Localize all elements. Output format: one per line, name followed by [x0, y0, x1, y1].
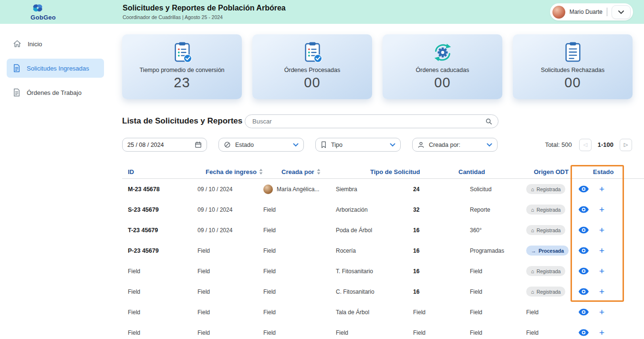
table-row: M-23 45678 09 / 10 / 2024 María Angélica… [122, 179, 644, 199]
cell-cantidad: 16 [407, 247, 464, 254]
sidebar-item-solicitudes-ingresadas[interactable]: Solicitudes Ingresadas [7, 59, 104, 78]
cell-estado: Registrada [520, 266, 572, 276]
cell-actions: + [572, 267, 644, 276]
cell-tipo-solicitud: T. Fitosanitario [330, 268, 407, 275]
cell-tipo-solicitud: Poda de Árbol [330, 227, 407, 234]
search-icon [485, 118, 492, 125]
cell-origen-odt: 360° [464, 227, 520, 234]
estado-filter-dropdown[interactable]: Estado [218, 138, 304, 152]
cell-origen-odt: Reporte [464, 206, 520, 213]
document-icon [13, 88, 21, 97]
cell-origen-odt: Field [464, 268, 520, 275]
cell-fecha-ingreso: Field [192, 309, 258, 316]
prev-page-icon[interactable]: ◁ [579, 139, 592, 151]
plus-icon[interactable]: + [599, 308, 604, 317]
document-icon [13, 64, 21, 72]
cell-fecha-ingreso: Field [192, 268, 258, 275]
cell-origen-odt: Field [464, 309, 520, 316]
status-badge-icon [531, 207, 534, 213]
header-title-block: Solicitudes y Reportes de Población Arbó… [123, 4, 286, 20]
gobgeo-logo-icon [31, 3, 45, 15]
user-name: Mario Duarte [570, 9, 602, 15]
cell-creada-por: Field [258, 206, 330, 213]
tipo-filter-label: Tipo [331, 142, 343, 148]
list-header: Lista de Solicitudes y Reportes [122, 114, 644, 128]
plus-icon[interactable]: + [599, 267, 604, 276]
status-badge-icon [531, 186, 534, 192]
search-input[interactable] [251, 117, 485, 125]
cell-fecha-ingreso: Field [192, 329, 258, 336]
stat-card-solicitudes-rechazadas: Solicitudes Rechazadas 00 [513, 34, 633, 99]
cell-cantidad: 16 [407, 268, 464, 275]
status-badge: Field [526, 329, 539, 336]
eye-icon[interactable] [579, 267, 589, 275]
cell-fecha-ingreso: Field [192, 288, 258, 295]
cell-tipo-solicitud: Arborización [330, 206, 407, 213]
stat-label: Tiempo promedio de conversión [139, 67, 224, 73]
pagination-range: 1-100 [598, 141, 613, 148]
plus-icon[interactable]: + [599, 287, 604, 296]
stat-card-ordenes-caducadas: Órdenes caducadas 00 [383, 34, 502, 99]
eye-icon[interactable] [579, 247, 589, 254]
status-badge-icon [531, 289, 534, 295]
cell-actions: + [572, 287, 644, 296]
brand-name: GobGeo [31, 14, 56, 21]
page-subtitle: Coordinador de Cuadrillas | Agosto 25 - … [123, 14, 286, 20]
column-header-tipo: Tipo de Solicitud [364, 168, 453, 175]
status-badge-icon [531, 248, 536, 254]
cell-fecha-ingreso: 09 / 10 / 2024 [192, 227, 258, 234]
plus-icon[interactable]: + [599, 328, 604, 337]
search-box[interactable] [245, 114, 499, 128]
table-row: Field Field Field T. Fitosanitario 16 Fi… [122, 261, 644, 281]
eye-icon[interactable] [579, 308, 589, 316]
date-value: 25 / 08 / 2024 [127, 142, 164, 148]
sidebar-item-inicio[interactable]: Inicio [7, 34, 104, 53]
cell-id: P-23 45679 [122, 247, 192, 254]
eye-icon[interactable] [579, 288, 589, 295]
sidebar-item-label: Inicio [28, 41, 42, 48]
cell-actions: + [572, 328, 644, 337]
eye-icon[interactable] [579, 206, 589, 213]
plus-icon[interactable]: + [599, 226, 604, 235]
eye-icon[interactable] [579, 329, 589, 336]
status-badge-icon [531, 268, 534, 274]
sort-icon[interactable] [317, 169, 321, 175]
user-menu[interactable]: Mario Duarte [550, 3, 633, 21]
sidebar-item-ordenes-de-trabajo[interactable]: Órdenes de Trabajo [7, 83, 104, 102]
cell-tipo-solicitud: C. Fitosanitario [330, 288, 407, 295]
pagination-total: Total: 500 [545, 141, 571, 148]
cell-origen-odt: Solicitud [464, 186, 520, 193]
next-page-icon[interactable]: ▷ [620, 139, 632, 151]
eye-icon[interactable] [579, 185, 589, 193]
cell-id: Field [122, 309, 192, 316]
status-badge: Registrada [526, 184, 565, 194]
cell-id: Field [122, 329, 192, 336]
status-badge: Registrada [526, 287, 565, 297]
home-icon [13, 40, 21, 48]
eye-icon[interactable] [579, 226, 589, 234]
cell-id: Field [122, 288, 192, 295]
date-filter[interactable]: 25 / 08 / 2024 [122, 138, 207, 152]
sort-icon[interactable] [259, 169, 263, 175]
estado-filter-label: Estado [235, 142, 254, 148]
column-header-id: ID [122, 168, 200, 175]
list-title: Lista de Solicitudes y Reportes [122, 116, 245, 126]
plus-icon[interactable]: + [599, 185, 604, 194]
cell-cantidad: 16 [407, 288, 464, 295]
table-row: P-23 45679 Field Field Rocería 16 Progra… [122, 240, 644, 261]
stat-value: 23 [174, 75, 190, 91]
cell-actions: + [572, 185, 644, 194]
pagination: Total: 500 ◁ 1-100 ▷ [545, 139, 644, 151]
creada-por-filter-dropdown[interactable]: Creada por: [412, 138, 498, 152]
status-badge: Procesada [526, 246, 569, 256]
chevron-down-icon[interactable] [612, 5, 631, 19]
chevron-down-icon [293, 143, 299, 147]
column-header-fecha[interactable]: Fecha de ingreso [200, 168, 276, 175]
cell-estado: Field [520, 329, 572, 336]
chevron-down-icon [487, 143, 492, 147]
plus-icon[interactable]: + [599, 246, 604, 255]
plus-icon[interactable]: + [599, 205, 604, 214]
solicitudes-table: ID Fecha de ingreso Creada por Tipo de S… [122, 165, 644, 339]
column-header-creada-por[interactable]: Creada por [276, 168, 364, 175]
tipo-filter-dropdown[interactable]: Tipo [315, 138, 401, 152]
